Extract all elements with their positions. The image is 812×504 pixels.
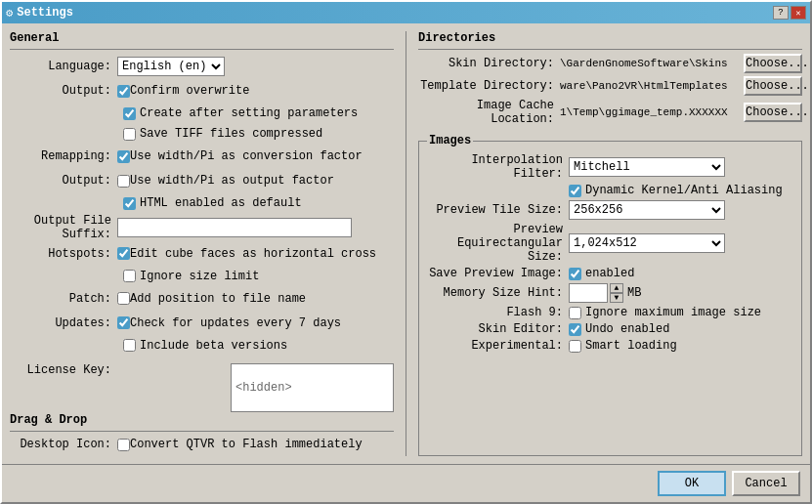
preview-equirect-select[interactable]: 1,024x512: [569, 233, 725, 253]
updates-row: Updates: Check for updates every 7 days: [10, 315, 394, 332]
output2-row: Output: Use width/Pi as output factor: [10, 172, 394, 189]
image-cache-choose-button[interactable]: Choose...: [744, 103, 802, 122]
template-dir-value: ware\Pano2VR\HtmlTemplates: [560, 80, 740, 92]
ignore-size-limit-label: Ignore size limit: [140, 270, 259, 283]
use-width-pi-output-label: Use width/Pi as output factor: [130, 174, 334, 188]
preview-equirect-label: Preview Equirectangular Size:: [427, 223, 569, 264]
dynamic-kernel-row: Dynamic Kernel/Anti Aliasing: [569, 184, 793, 197]
images-header: Images: [427, 134, 473, 147]
preview-tile-row: Preview Tile Size: 256x256: [427, 200, 793, 220]
smart-loading-checkbox[interactable]: [569, 340, 581, 353]
updates-label: Updates:: [10, 316, 117, 330]
dynamic-kernel-label: Dynamic Kernel/Anti Aliasing: [585, 184, 783, 197]
use-width-pi-conversion-checkbox[interactable]: [117, 150, 130, 163]
skin-editor-label: Skin Editor:: [427, 322, 569, 336]
output-row: Output: Confirm overwrite: [10, 82, 394, 100]
check-updates-checkbox[interactable]: [117, 316, 130, 329]
help-button[interactable]: ?: [773, 6, 789, 20]
image-cache-row: Image Cache Location: 1\Temp\ggimage_tem…: [418, 99, 802, 126]
remapping-label: Remapping:: [10, 149, 117, 163]
use-width-pi-conversion-label: Use width/Pi as conversion factor: [130, 149, 363, 163]
output-suffix-label: Output File Suffix:: [10, 214, 117, 241]
patch-row: Patch: Add position to file name: [10, 290, 394, 308]
general-divider: [10, 49, 394, 50]
skin-dir-label: Skin Directory:: [418, 57, 560, 70]
spinner-up-button[interactable]: ▲: [610, 283, 623, 293]
images-section: Images Interpolation Filter: Mitchell Dy…: [418, 141, 802, 456]
save-tiff-label: Save TIFF files compressed: [140, 127, 322, 141]
image-cache-label: Image Cache Location:: [418, 99, 560, 126]
html-enabled-checkbox[interactable]: [123, 197, 136, 210]
use-width-pi-output-checkbox[interactable]: [117, 175, 130, 188]
include-beta-checkbox[interactable]: [123, 339, 136, 352]
output-suffix-input[interactable]: [117, 218, 352, 237]
output2-label: Output:: [10, 174, 117, 188]
edit-cube-faces-checkbox[interactable]: [117, 247, 130, 260]
memory-hint-input[interactable]: 300: [569, 283, 608, 303]
skin-dir-choose-button[interactable]: Choose...: [744, 54, 802, 73]
hotspots-row: Hotspots: Edit cube faces as horizontal …: [10, 245, 394, 263]
output-suffix-row: Output File Suffix:: [10, 217, 394, 238]
license-box: <hidden>: [231, 363, 394, 412]
drag-section: Drag & Drop Desktop Icon: Convert QTVR t…: [10, 413, 394, 456]
confirm-overwrite-checkbox[interactable]: [117, 85, 130, 98]
titlebar: ⚙ Settings ? ✕: [2, 2, 810, 23]
preview-tile-select[interactable]: 256x256: [569, 200, 725, 220]
general-section-header: General: [10, 31, 394, 54]
html-enabled-label: HTML enabled as default: [140, 196, 302, 210]
experimental-label: Experimental:: [427, 339, 569, 353]
dynamic-kernel-checkbox[interactable]: [569, 185, 581, 197]
undo-enabled-checkbox[interactable]: [569, 323, 581, 336]
include-beta-row: Include beta versions: [123, 339, 394, 353]
memory-hint-row: Memory Size Hint: 300 ▲ ▼ MB: [427, 283, 793, 303]
interpolation-row: Interpolation Filter: Mitchell: [427, 153, 793, 181]
remapping-row: Remapping: Use width/Pi as conversion fa…: [10, 147, 394, 165]
drag-divider: [10, 431, 394, 432]
save-tiff-row: Save TIFF files compressed: [123, 127, 394, 141]
confirm-overwrite-label: Confirm overwrite: [130, 84, 249, 98]
right-panel: Directories Skin Directory: \GardenGnome…: [418, 31, 802, 456]
template-dir-label: Template Directory:: [418, 79, 560, 93]
panel-divider: [406, 31, 406, 456]
drag-header: Drag & Drop: [10, 413, 394, 427]
save-preview-label: Save Preview Image:: [427, 267, 569, 280]
license-value: <hidden>: [235, 381, 292, 395]
language-select[interactable]: English (en): [117, 57, 225, 76]
directories-section: Directories Skin Directory: \GardenGnome…: [418, 31, 802, 129]
template-dir-choose-button[interactable]: Choose...: [744, 76, 802, 96]
ignore-size-limit-checkbox[interactable]: [123, 270, 136, 282]
skin-dir-value: \GardenGnomeSoftware\Skins: [560, 58, 740, 69]
skin-dir-row: Skin Directory: \GardenGnomeSoftware\Ski…: [418, 54, 802, 73]
skin-editor-row: Skin Editor: Undo enabled: [427, 322, 793, 336]
ok-button[interactable]: OK: [658, 471, 726, 496]
bottom-bar: OK Cancel: [2, 464, 810, 502]
window-icon: ⚙: [6, 6, 13, 21]
preview-equirect-row: Preview Equirectangular Size: 1,024x512: [427, 223, 793, 264]
desktop-icon-label: Desktop Icon:: [10, 438, 117, 451]
spinner-down-button[interactable]: ▼: [610, 293, 623, 303]
cancel-button[interactable]: Cancel: [732, 471, 800, 496]
convert-qtvr-checkbox[interactable]: [117, 439, 130, 451]
language-label: Language:: [10, 60, 117, 73]
create-after-checkbox[interactable]: [123, 107, 136, 120]
hotspots-label: Hotspots:: [10, 247, 117, 261]
smart-loading-label: Smart loading: [585, 339, 677, 353]
convert-qtvr-label: Convert QTVR to Flash immediately: [130, 438, 363, 451]
create-after-row: Create after setting parameters: [123, 106, 394, 120]
interpolation-select[interactable]: Mitchell: [569, 157, 725, 177]
directories-header: Directories: [418, 31, 802, 45]
template-dir-row: Template Directory: ware\Pano2VR\HtmlTem…: [418, 76, 802, 96]
undo-enabled-label: Undo enabled: [585, 322, 669, 336]
ignore-max-image-label: Ignore maximum image size: [585, 306, 761, 319]
preview-tile-label: Preview Tile Size:: [427, 203, 569, 217]
add-position-checkbox[interactable]: [117, 292, 130, 305]
desktop-icon-row: Desktop Icon: Convert QTVR to Flash imme…: [10, 436, 394, 453]
add-position-label: Add position to file name: [130, 292, 306, 306]
flash9-row: Flash 9: Ignore maximum image size: [427, 306, 793, 319]
ignore-max-image-checkbox[interactable]: [569, 307, 581, 319]
save-preview-checkbox[interactable]: [569, 268, 581, 280]
settings-window: ⚙ Settings ? ✕ General Language: English…: [0, 0, 812, 504]
edit-cube-faces-label: Edit cube faces as horizontal cross: [130, 247, 376, 261]
save-tiff-checkbox[interactable]: [123, 128, 136, 141]
close-button[interactable]: ✕: [791, 6, 806, 20]
